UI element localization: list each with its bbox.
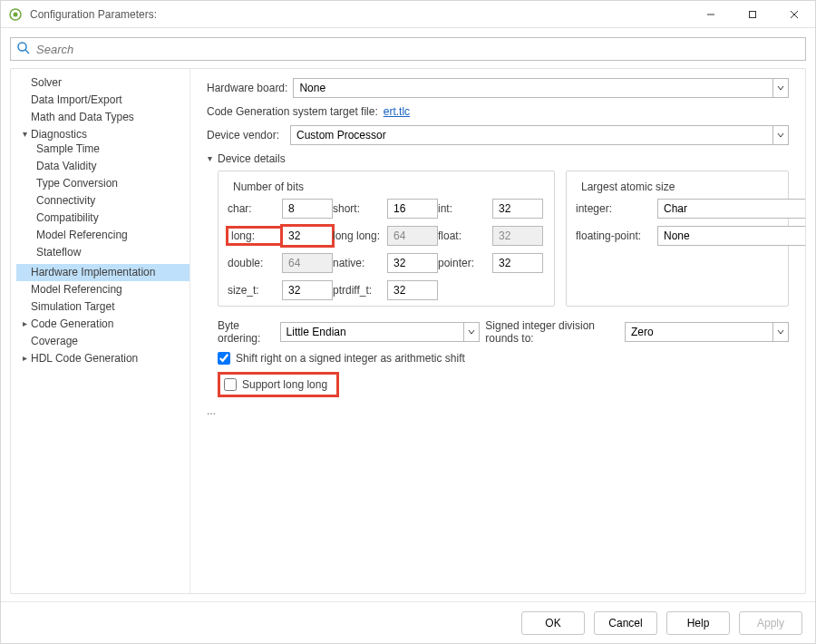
sidebar-item-compatibility[interactable]: Compatibility bbox=[33, 210, 186, 227]
chevron-down-icon[interactable] bbox=[463, 322, 480, 342]
short-label: short: bbox=[333, 202, 387, 215]
support-long-long-input[interactable] bbox=[224, 378, 237, 391]
sidebar-item-stateflow[interactable]: Stateflow bbox=[33, 244, 186, 261]
chevron-down-icon[interactable]: ▾ bbox=[20, 130, 29, 139]
chevron-down-icon[interactable]: ▾ bbox=[205, 154, 214, 163]
target-file-link[interactable]: ert.tlc bbox=[384, 105, 410, 118]
search-input[interactable] bbox=[34, 42, 800, 57]
config-window: Configuration Parameters: ▸Solver ▸Data … bbox=[0, 0, 816, 644]
sidebar-item-label: Simulation Target bbox=[31, 300, 115, 313]
shift-right-checkbox[interactable]: Shift right on a signed integer as arith… bbox=[218, 352, 465, 365]
atomic-floating-combo[interactable] bbox=[657, 226, 775, 246]
byte-ordering-value[interactable] bbox=[280, 322, 463, 342]
support-long-long-row: Support long long bbox=[218, 372, 789, 397]
sidebar-item-hardware-implementation[interactable]: ▸Hardware Implementation bbox=[16, 264, 189, 281]
atomic-integer-combo[interactable] bbox=[657, 199, 775, 219]
char-field[interactable] bbox=[282, 199, 333, 219]
double-field bbox=[282, 253, 333, 273]
size-t-field[interactable] bbox=[282, 280, 333, 300]
sidebar-item-math-data-types[interactable]: ▸Math and Data Types bbox=[16, 109, 189, 126]
sidebar-item-label: Diagnostics bbox=[31, 128, 87, 141]
device-vendor-row: Device vendor: bbox=[207, 125, 789, 145]
chevron-down-icon[interactable] bbox=[772, 125, 789, 145]
hardware-board-label: Hardware board: bbox=[207, 82, 293, 94]
help-button[interactable]: Help bbox=[666, 611, 730, 635]
device-vendor-label: Device vendor: bbox=[207, 129, 290, 141]
sidebar-item-code-generation[interactable]: ▸Code Generation bbox=[16, 316, 189, 333]
sidebar-item-solver[interactable]: ▸Solver bbox=[16, 74, 189, 92]
cancel-button[interactable]: Cancel bbox=[594, 611, 657, 635]
atomic-legend: Largest atomic size bbox=[578, 181, 678, 193]
int-field[interactable] bbox=[492, 199, 543, 219]
pointer-field[interactable] bbox=[492, 253, 543, 273]
shift-right-input[interactable] bbox=[218, 352, 230, 365]
signed-div-value[interactable] bbox=[625, 322, 772, 342]
atomic-floating-value[interactable] bbox=[657, 226, 805, 246]
maximize-button[interactable] bbox=[732, 1, 773, 28]
sidebar-item-diagnostics[interactable]: ▾Diagnostics Sample Time Data Validity T… bbox=[16, 126, 189, 264]
byte-ordering-row: Byte ordering: Signed integer division r… bbox=[218, 319, 789, 345]
ptrdiff-t-field[interactable] bbox=[387, 280, 438, 300]
sidebar-item-simulation-target[interactable]: ▸Simulation Target bbox=[16, 298, 189, 316]
sidebar-item-connectivity[interactable]: Connectivity bbox=[33, 192, 186, 210]
sidebar-item-hdl-code-generation[interactable]: ▸HDL Code Generation bbox=[16, 350, 189, 367]
short-field[interactable] bbox=[387, 199, 438, 219]
long-label: long: bbox=[228, 228, 282, 244]
sidebar-item-label: Coverage bbox=[31, 335, 78, 347]
native-field[interactable] bbox=[387, 253, 438, 273]
chevron-right-icon[interactable]: ▸ bbox=[20, 354, 29, 363]
sidebar-item-label: Model Referencing bbox=[31, 283, 122, 296]
more-options-ellipsis[interactable]: ... bbox=[207, 405, 789, 417]
config-tree: ▸Solver ▸Data Import/Export ▸Math and Da… bbox=[16, 74, 189, 367]
hardware-board-combo[interactable] bbox=[293, 78, 789, 98]
sidebar-item-data-import-export[interactable]: ▸Data Import/Export bbox=[16, 92, 189, 109]
signed-div-label: Signed integer division rounds to: bbox=[485, 319, 620, 345]
sidebar-item-type-conversion[interactable]: Type Conversion bbox=[33, 175, 186, 192]
byte-ordering-label: Byte ordering: bbox=[218, 319, 280, 345]
sidebar-item-sample-time[interactable]: Sample Time bbox=[33, 141, 186, 158]
close-button[interactable] bbox=[773, 1, 815, 28]
shift-right-label: Shift right on a signed integer as arith… bbox=[236, 352, 465, 365]
char-label: char: bbox=[228, 202, 282, 215]
sidebar-item-model-referencing-diag[interactable]: Model Referencing bbox=[33, 227, 186, 244]
signed-div-combo[interactable] bbox=[625, 322, 789, 342]
target-file-row: Code Generation system target file: ert.… bbox=[207, 105, 789, 118]
sidebar-item-data-validity[interactable]: Data Validity bbox=[33, 158, 186, 175]
sidebar-item-model-referencing[interactable]: ▸Model Referencing bbox=[16, 281, 189, 298]
sidebar-item-label: Model Referencing bbox=[36, 229, 128, 241]
sidebar-item-coverage[interactable]: ▸Coverage bbox=[16, 333, 189, 350]
apply-button[interactable]: Apply bbox=[739, 611, 802, 635]
ptrdiff-t-label: ptrdiff_t: bbox=[333, 284, 387, 297]
long-long-field bbox=[387, 226, 438, 246]
sidebar-item-label: Code Generation bbox=[31, 317, 113, 330]
sidebar-item-label: Sample Time bbox=[36, 142, 100, 155]
long-long-label: long long: bbox=[333, 229, 387, 242]
chevron-right-icon[interactable]: ▸ bbox=[20, 319, 29, 328]
chevron-down-icon[interactable] bbox=[772, 322, 789, 342]
long-field[interactable] bbox=[282, 226, 333, 246]
number-of-bits-group: Number of bits char: short: int: long: l… bbox=[218, 171, 555, 307]
bits-legend: Number of bits bbox=[229, 181, 307, 193]
atomic-floating-label: floating-point: bbox=[576, 229, 657, 242]
app-icon bbox=[8, 7, 23, 22]
minimize-button[interactable] bbox=[690, 1, 732, 28]
svg-rect-3 bbox=[750, 11, 756, 17]
device-details-header[interactable]: ▾ Device details bbox=[205, 152, 789, 165]
device-vendor-value[interactable] bbox=[290, 125, 772, 145]
content-pane: Hardware board: Code Generation system t… bbox=[190, 69, 805, 593]
support-long-long-checkbox[interactable]: Support long long bbox=[224, 378, 327, 391]
byte-ordering-combo[interactable] bbox=[280, 322, 480, 342]
svg-line-7 bbox=[25, 50, 29, 54]
chevron-down-icon[interactable] bbox=[772, 78, 789, 98]
device-details-label: Device details bbox=[218, 152, 286, 165]
search-bar[interactable] bbox=[10, 37, 806, 61]
sidebar-item-label: Math and Data Types bbox=[31, 111, 134, 123]
atomic-integer-label: integer: bbox=[576, 202, 657, 215]
svg-point-1 bbox=[14, 12, 18, 16]
sidebar: ▸Solver ▸Data Import/Export ▸Math and Da… bbox=[11, 69, 190, 593]
hardware-board-value[interactable] bbox=[293, 78, 772, 98]
body: ▸Solver ▸Data Import/Export ▸Math and Da… bbox=[10, 68, 806, 594]
atomic-integer-value[interactable] bbox=[657, 199, 805, 219]
device-vendor-combo[interactable] bbox=[290, 125, 789, 145]
ok-button[interactable]: OK bbox=[521, 611, 585, 635]
